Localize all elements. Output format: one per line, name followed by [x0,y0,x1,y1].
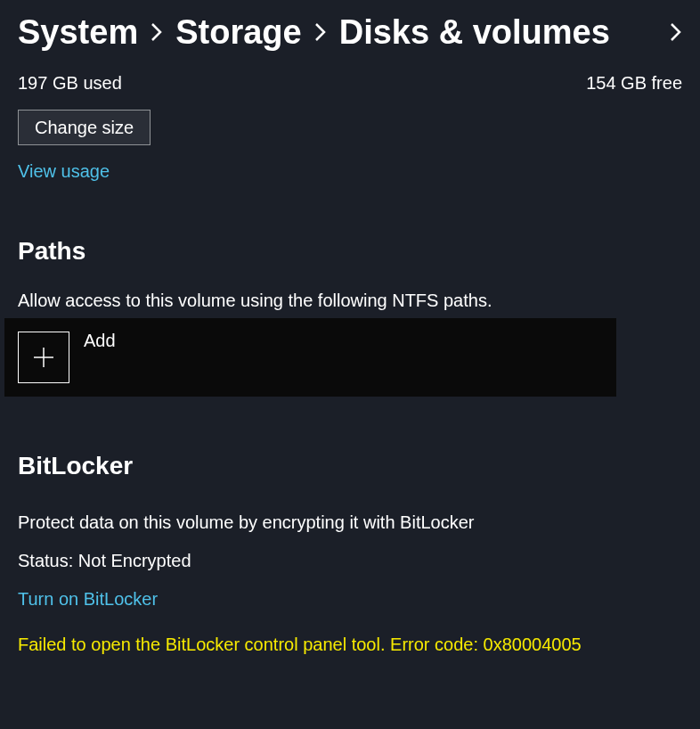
breadcrumb: System Storage Disks & volumes [0,0,700,64]
chevron-right-icon [151,22,163,42]
bitlocker-error: Failed to open the BitLocker control pan… [18,635,682,655]
bitlocker-description: Protect data on this volume by encryptin… [18,512,682,533]
usage-free-label: 154 GB free [586,73,682,94]
paths-description: Allow access to this volume using the fo… [18,291,682,311]
usage-summary: 197 GB used 154 GB free [18,73,682,94]
usage-used-label: 197 GB used [18,73,122,94]
turn-on-bitlocker-link[interactable]: Turn on BitLocker [18,589,158,610]
add-path-button[interactable] [18,332,69,383]
bitlocker-status: Status: Not Encrypted [18,551,682,571]
breadcrumb-disks-volumes[interactable]: Disks & volumes [339,13,610,52]
chevron-right-icon [314,22,327,42]
add-path-row[interactable]: Add [4,318,616,397]
paths-heading: Paths [18,237,682,266]
breadcrumb-storage[interactable]: Storage [175,13,301,52]
add-path-label: Add [84,331,116,351]
view-usage-link[interactable]: View usage [18,161,110,182]
breadcrumb-system[interactable]: System [18,13,138,52]
chevron-right-icon [670,22,682,42]
bitlocker-heading: BitLocker [18,452,682,480]
change-size-button[interactable]: Change size [18,110,151,145]
plus-icon [31,345,56,370]
